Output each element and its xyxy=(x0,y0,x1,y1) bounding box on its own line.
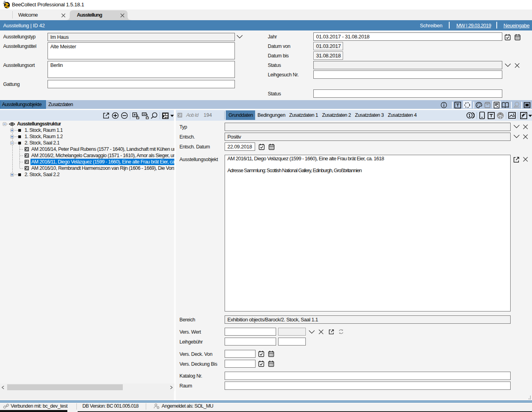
svg-text:abc: abc xyxy=(515,105,520,109)
